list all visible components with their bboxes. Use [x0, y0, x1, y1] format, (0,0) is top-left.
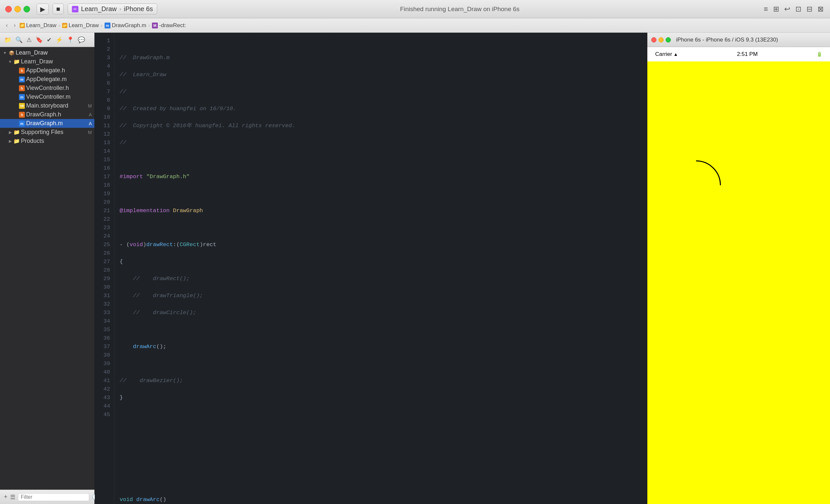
code-line-8 — [120, 156, 642, 164]
breadcrumb-sep-3: › — [148, 23, 150, 28]
code-line-16: // drawTriangle(); — [120, 291, 642, 300]
breadcrumb-learn-draw-folder[interactable]: 📁 Learn_Draw — [20, 22, 57, 29]
arc-path — [696, 161, 721, 185]
line-num-8: 8 — [95, 96, 114, 104]
breadcrumb-forward-button[interactable]: › — [12, 21, 18, 29]
iphone-content — [647, 61, 830, 504]
sim-zoom-button[interactable] — [666, 37, 671, 42]
tree-item-main-storyboard[interactable]: SB Main.storyboard M — [0, 101, 94, 110]
arc-drawing — [647, 61, 830, 504]
line-num-32: 32 — [95, 300, 114, 309]
code-line-17: // drawCircle(); — [120, 309, 642, 317]
simulator-title: iPhone 6s - iPhone 6s / iOS 9.3 (13E230) — [676, 37, 778, 43]
code-line-4: // — [120, 88, 642, 96]
line-num-45: 45 — [95, 411, 114, 419]
disc-appdelegate-h — [13, 68, 18, 73]
sidebar-test-navigator-icon[interactable]: ✔ — [46, 35, 53, 44]
wifi-icon: ▲ — [673, 52, 678, 57]
simulator-panel: iPhone 6s - iPhone 6s / iOS 9.3 (13E230)… — [647, 33, 830, 504]
disc-viewcontroller-m — [13, 95, 18, 99]
breadcrumb-label-2: Learn_Draw — [69, 22, 99, 29]
breadcrumb-drawrect-method[interactable]: M -drawRect: — [152, 22, 186, 29]
layout-list-button[interactable]: ≡ — [762, 4, 769, 15]
line-num-30: 30 — [95, 283, 114, 291]
disclosure-group: ▼ — [8, 60, 12, 64]
line-num-19: 19 — [95, 190, 114, 198]
breadcrumb-drawgraph-m[interactable]: m DrawGraph.m — [104, 22, 147, 29]
add-file-button[interactable]: + — [4, 494, 7, 500]
disclosure-root: ▼ — [3, 51, 7, 55]
scheme-app-icon: ✏ — [72, 6, 78, 12]
fullscreen-button[interactable] — [24, 6, 30, 12]
code-line-27 — [120, 478, 642, 487]
navigator-button[interactable]: ⊡ — [794, 4, 803, 15]
run-button[interactable]: ▶ — [37, 4, 49, 15]
tree-item-appdelegate-h[interactable]: h AppDelegate.h — [0, 66, 94, 75]
line-num-12: 12 — [95, 130, 114, 138]
status-text: Finished running Learn_Draw on iPhone 6s — [400, 5, 519, 12]
tree-item-learn-draw-group[interactable]: ▼ 📁 Learn_Draw — [0, 57, 94, 66]
sidebar-issue-navigator-icon[interactable]: 🔖 — [35, 35, 44, 44]
tree-item-supporting-files[interactable]: ▶ 📁 Supporting Files M — [0, 128, 94, 137]
debug-area-button[interactable]: ⊟ — [805, 4, 813, 15]
filter-input[interactable] — [18, 493, 89, 501]
code-content[interactable]: // DrawGraph.m // Learn_Draw // // Creat… — [115, 33, 647, 504]
sidebar-find-navigator-icon[interactable]: ⚠ — [26, 35, 33, 44]
m-icon-viewcontroller: m — [19, 94, 25, 100]
sidebar-file-navigator-icon[interactable]: 📁 — [3, 35, 12, 44]
stop-button[interactable]: ■ — [53, 4, 64, 14]
code-line-28: void drawArc() — [120, 496, 642, 504]
breadcrumb-sep-2: › — [101, 23, 103, 28]
line-num-21: 21 — [95, 207, 114, 215]
h-icon-appdelegate: h — [19, 68, 25, 73]
tree-label-supporting-files: Supporting Files — [21, 129, 63, 136]
storyboard-icon: SB — [19, 103, 25, 109]
breadcrumb-back-button[interactable]: ‹ — [4, 21, 10, 29]
scheme-selector[interactable]: ✏ Learn_Draw › iPhone 6s — [68, 4, 157, 14]
code-editor[interactable]: 1 2 3 4 5 6 7 8 9 10 11 12 13 14 15 16 1… — [95, 33, 647, 504]
m-file-icon: m — [104, 23, 110, 28]
sidebar-breakpoint-navigator-icon[interactable]: 📍 — [66, 35, 75, 44]
sidebar-filter-options[interactable]: ☰ — [10, 494, 15, 501]
assistant-editor-button[interactable]: ⊞ — [772, 4, 780, 15]
folder-icon-products: 📁 — [14, 138, 20, 144]
tree-item-viewcontroller-h[interactable]: h ViewController.h — [0, 84, 94, 93]
line-num-9: 9 — [95, 104, 114, 113]
disc-products: ▶ — [8, 139, 12, 144]
toolbar-right: ≡ ⊞ ↩ ⊡ ⊟ ⊠ — [762, 4, 825, 15]
minimize-button[interactable] — [14, 6, 21, 12]
sidebar-debug-navigator-icon[interactable]: ⚡ — [55, 35, 64, 44]
version-editor-button[interactable]: ↩ — [783, 4, 792, 15]
close-button[interactable] — [5, 6, 12, 12]
sim-close-button[interactable] — [651, 37, 657, 42]
tree-item-drawgraph-h[interactable]: h DrawGraph.h A — [0, 110, 94, 119]
sim-minimize-button[interactable] — [659, 37, 664, 42]
drawgraph-h-badge: A — [89, 112, 92, 117]
tree-label-drawgraph-h: DrawGraph.h — [26, 111, 61, 118]
tree-item-drawgraph-m[interactable]: m DrawGraph.m A — [0, 119, 94, 128]
code-line-13: - (void)drawRect:(CGRect)rect — [120, 241, 642, 249]
tree-item-products[interactable]: ▶ 📁 Products — [0, 137, 94, 146]
root-project-icon: 📦 — [8, 50, 14, 56]
scheme-separator: › — [119, 5, 121, 12]
line-num-11: 11 — [95, 122, 114, 130]
sidebar-report-navigator-icon[interactable]: 💬 — [77, 35, 86, 44]
sidebar-symbol-navigator-icon[interactable]: 🔍 — [14, 35, 24, 44]
file-tree: ▼ 📦 Learn_Draw ▼ 📁 Learn_Draw h AppDeleg… — [0, 47, 94, 490]
code-line-12 — [120, 224, 642, 232]
disc-drawgraph-m — [13, 121, 18, 126]
breadcrumb-label-1: Learn_Draw — [26, 22, 57, 29]
run-icon: ▶ — [40, 5, 45, 13]
code-line-18 — [120, 325, 642, 334]
utilities-button[interactable]: ⊠ — [816, 4, 825, 15]
line-num-35: 35 — [95, 325, 114, 334]
tree-item-root-learn-draw[interactable]: ▼ 📦 Learn_Draw — [0, 49, 94, 57]
line-num-42: 42 — [95, 385, 114, 393]
tree-label-drawgraph-m: DrawGraph.m — [26, 120, 63, 127]
breadcrumb-learn-draw-group[interactable]: 📂 Learn_Draw — [62, 22, 99, 29]
code-line-15: // drawRect(); — [120, 275, 642, 283]
tree-item-viewcontroller-m[interactable]: m ViewController.m — [0, 93, 94, 101]
line-num-4: 4 — [95, 62, 114, 71]
line-num-17: 17 — [95, 172, 114, 181]
tree-item-appdelegate-m[interactable]: m AppDelegate.m — [0, 75, 94, 84]
